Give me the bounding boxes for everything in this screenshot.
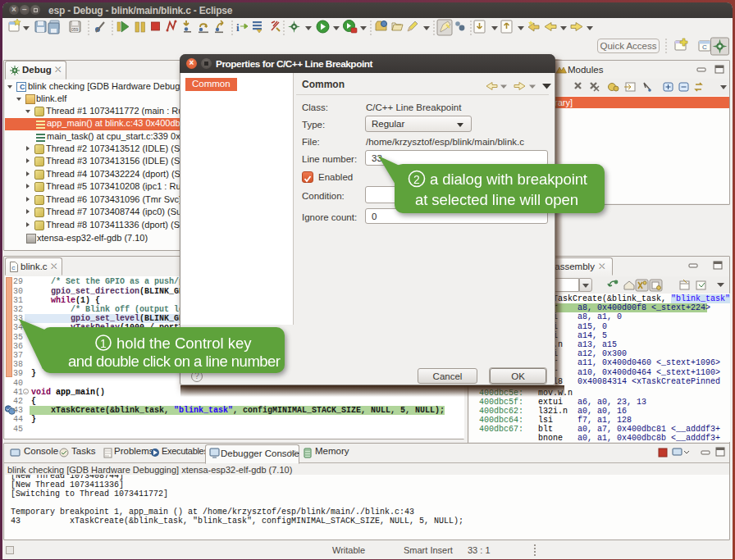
svg-text:and double click on a line num: and double click on a line number xyxy=(68,353,281,370)
svg-text:at selected line will open: at selected line will open xyxy=(415,191,578,208)
svg-text:1: 1 xyxy=(100,337,107,350)
svg-text:a dialog with breakpoint: a dialog with breakpoint xyxy=(430,171,587,188)
svg-text:hold the Control key: hold the Control key xyxy=(116,335,252,352)
svg-text:2: 2 xyxy=(413,173,420,186)
